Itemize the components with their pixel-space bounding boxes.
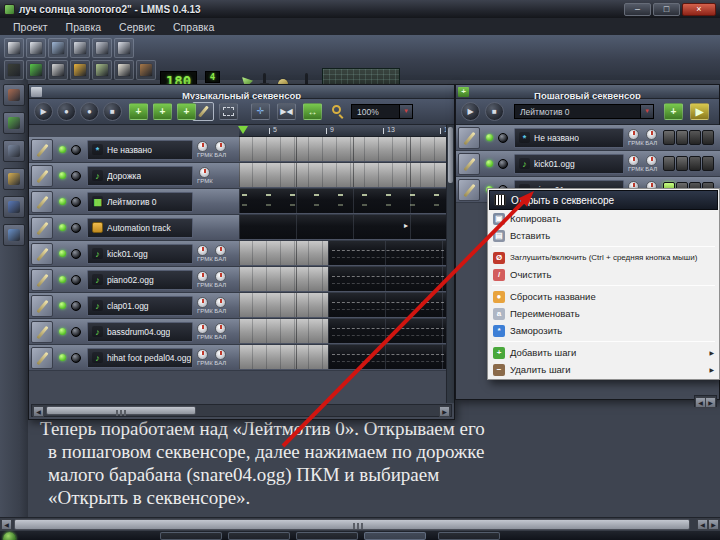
track-actions-button[interactable] bbox=[31, 321, 53, 343]
sample-segment[interactable] bbox=[328, 345, 448, 369]
track-actions-button[interactable] bbox=[31, 217, 53, 239]
mute-led[interactable] bbox=[59, 354, 66, 361]
next-pattern-button[interactable]: ▶ bbox=[690, 103, 709, 120]
pattern-area[interactable] bbox=[239, 189, 448, 213]
solo-knob[interactable] bbox=[71, 197, 81, 207]
mute-led[interactable] bbox=[486, 134, 493, 141]
track-name-plate[interactable]: ♪kick01.ogg bbox=[87, 244, 193, 264]
solo-knob[interactable] bbox=[71, 301, 81, 311]
track-name-plate[interactable]: ♪Дорожка bbox=[87, 166, 193, 186]
context-menu-item-6[interactable]: aПереименовать bbox=[489, 305, 718, 322]
main-hscrollbar[interactable]: ◀ ◀ ▶ bbox=[0, 517, 720, 531]
timesig-numerator[interactable]: 4 bbox=[205, 71, 220, 83]
minimize-button[interactable]: – bbox=[624, 3, 651, 16]
song-editor-hscrollbar[interactable]: ◀ ▶ bbox=[31, 404, 452, 417]
context-menu-item-8[interactable]: +Добавить шаги▶ bbox=[489, 344, 718, 361]
volume-knob[interactable] bbox=[199, 167, 210, 178]
solo-knob[interactable] bbox=[71, 223, 81, 233]
home-button[interactable] bbox=[3, 168, 25, 190]
root-button[interactable] bbox=[3, 196, 25, 218]
pan-knob[interactable] bbox=[215, 297, 226, 308]
step-cell[interactable] bbox=[702, 130, 714, 145]
add-automation-track-button[interactable]: + bbox=[177, 103, 196, 120]
mute-led[interactable] bbox=[59, 302, 66, 309]
mute-led[interactable] bbox=[59, 250, 66, 257]
context-menu-item-0[interactable]: Открыть в секвенсоре bbox=[489, 190, 718, 210]
track-name-plate[interactable]: ♪kick01.ogg bbox=[514, 154, 624, 174]
piano-roll-button[interactable] bbox=[48, 60, 68, 80]
play-button[interactable]: ▶ bbox=[461, 102, 480, 121]
computer-button[interactable] bbox=[3, 224, 25, 246]
samples-button[interactable] bbox=[3, 112, 25, 134]
solo-knob[interactable] bbox=[71, 353, 81, 363]
track-name-plate[interactable]: ♪clap01.ogg bbox=[87, 296, 193, 316]
step-cell[interactable] bbox=[689, 156, 701, 171]
track-name-plate[interactable]: ♪piano02.ogg bbox=[87, 270, 193, 290]
sample-segment[interactable] bbox=[328, 319, 448, 343]
volume-knob[interactable] bbox=[197, 349, 208, 360]
song-editor-button[interactable] bbox=[4, 60, 24, 80]
save-project-button[interactable] bbox=[70, 38, 90, 58]
song-editor-titlebar[interactable]: Музыкальный секвенсор bbox=[29, 85, 454, 99]
fx-mixer-button[interactable] bbox=[92, 60, 112, 80]
edit-mode-button[interactable] bbox=[219, 103, 238, 120]
context-menu-item-5[interactable]: ●Сбросить название bbox=[489, 288, 718, 305]
automation-editor-button[interactable] bbox=[70, 60, 90, 80]
export-project-button[interactable] bbox=[114, 38, 134, 58]
context-menu-item-1[interactable]: ▣Копировать bbox=[489, 210, 718, 227]
new-project-button[interactable] bbox=[4, 38, 24, 58]
solo-knob[interactable] bbox=[71, 145, 81, 155]
mute-led[interactable] bbox=[59, 224, 66, 231]
pattern-area[interactable] bbox=[239, 293, 448, 317]
mute-led[interactable] bbox=[59, 146, 66, 153]
pair-tool-button[interactable]: ▶◀ bbox=[277, 103, 296, 120]
pan-knob[interactable] bbox=[646, 155, 657, 166]
pattern-select[interactable]: Лейтмотив 0 ▼ bbox=[514, 104, 654, 119]
step-cell[interactable] bbox=[689, 130, 701, 145]
pan-knob[interactable] bbox=[215, 141, 226, 152]
mute-led[interactable] bbox=[59, 328, 66, 335]
volume-knob[interactable] bbox=[628, 155, 639, 166]
volume-knob[interactable] bbox=[197, 245, 208, 256]
context-menu-item-9[interactable]: −Удалить шаги▶ bbox=[489, 361, 718, 378]
track-actions-button[interactable] bbox=[31, 191, 53, 213]
solo-knob[interactable] bbox=[71, 249, 81, 259]
volume-knob[interactable] bbox=[197, 141, 208, 152]
sample-segment[interactable] bbox=[328, 241, 448, 265]
pattern-area[interactable] bbox=[239, 241, 448, 265]
mute-led[interactable] bbox=[59, 276, 66, 283]
loop-tool-button[interactable]: ↔ bbox=[303, 103, 322, 120]
taskbar-item[interactable] bbox=[160, 532, 222, 540]
add-sample-track-button[interactable]: + bbox=[153, 103, 172, 120]
track-name-plate[interactable]: *Не названо bbox=[87, 140, 193, 160]
window-titlebar[interactable]: луч солнца золотого2" - LMMS 0.4.13 – □ … bbox=[0, 0, 720, 18]
step-cell[interactable] bbox=[663, 130, 675, 145]
timeline-ruler[interactable]: 591317 bbox=[239, 125, 448, 137]
pattern-area[interactable] bbox=[239, 267, 448, 291]
song-editor-vscrollbar[interactable] bbox=[446, 125, 454, 403]
track-name-plate[interactable]: ♪hihat foot pedal04.ogg bbox=[87, 348, 193, 368]
track-actions-button[interactable] bbox=[31, 165, 53, 187]
menu-item-0[interactable]: Проект bbox=[4, 20, 57, 34]
track-actions-button[interactable] bbox=[458, 127, 480, 149]
track-actions-button[interactable] bbox=[458, 153, 480, 175]
mute-led[interactable] bbox=[59, 198, 66, 205]
track-actions-button[interactable] bbox=[31, 295, 53, 317]
solo-knob[interactable] bbox=[498, 133, 508, 143]
pattern-select-arrow[interactable]: ▼ bbox=[640, 105, 653, 118]
menu-item-1[interactable]: Правка bbox=[57, 20, 110, 34]
taskbar-item[interactable] bbox=[296, 532, 358, 540]
track-name-plate[interactable]: Automation track bbox=[87, 218, 193, 238]
pan-knob[interactable] bbox=[215, 271, 226, 282]
taskbar-item[interactable] bbox=[228, 532, 290, 540]
pan-knob[interactable] bbox=[215, 245, 226, 256]
pan-knob[interactable] bbox=[215, 349, 226, 360]
track-name-plate[interactable]: ▦Лейтмотив 0 bbox=[87, 192, 193, 212]
start-button[interactable] bbox=[3, 532, 16, 540]
menu-item-2[interactable]: Сервис bbox=[110, 20, 164, 34]
move-tool-button[interactable]: ✛ bbox=[251, 103, 270, 120]
step-cell[interactable] bbox=[676, 156, 688, 171]
project-notes-button[interactable] bbox=[114, 60, 134, 80]
track-name-plate[interactable]: ♪bassdrum04.ogg bbox=[87, 322, 193, 342]
taskbar-item[interactable] bbox=[364, 532, 426, 540]
